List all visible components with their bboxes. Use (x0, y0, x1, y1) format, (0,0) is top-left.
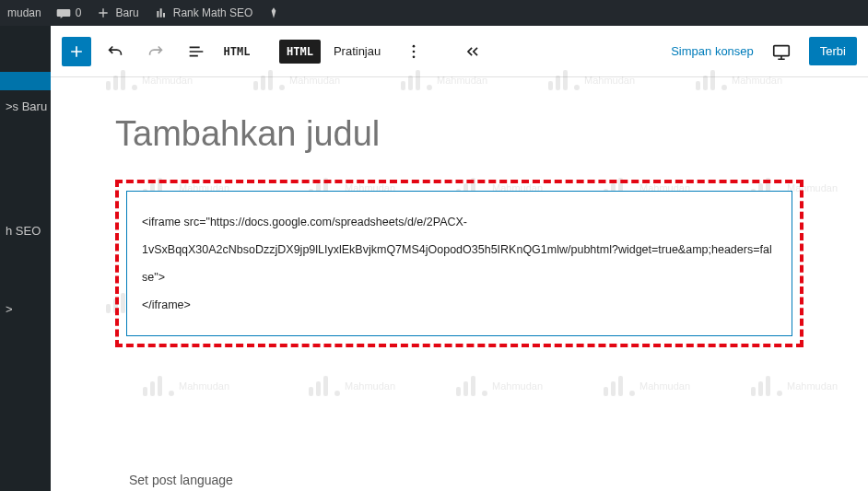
more-options-button[interactable] (397, 35, 430, 68)
post-title-placeholder[interactable]: Tambahkan judul (115, 114, 803, 154)
chart-icon (154, 6, 169, 20)
html-block-badge[interactable]: HTML (279, 40, 321, 64)
save-draft-button[interactable]: Simpan konsep (671, 44, 754, 58)
sidebar-item-last[interactable]: > (0, 293, 51, 325)
diamond-icon (267, 6, 280, 19)
undo-icon (105, 41, 125, 62)
plus-icon (67, 42, 86, 61)
editor-content: Mahmudan Mahmudan Mahmudan Mahmudan Mahm… (51, 26, 868, 491)
admin-bar-site[interactable]: mudan (7, 6, 41, 19)
comments-count: 0 (76, 6, 82, 19)
new-label: Baru (115, 6, 138, 19)
chevron-double-left-icon (463, 42, 482, 61)
comment-icon (56, 6, 71, 20)
sidebar-item-posts-new[interactable]: >s Baru (0, 90, 51, 123)
wp-sidebar: >s Baru h SEO > (0, 26, 51, 491)
admin-bar-new[interactable]: Baru (96, 6, 138, 20)
admin-bar-comments[interactable]: 0 (56, 6, 82, 20)
editor-body: Tambahkan judul <iframe src="https://doc… (51, 77, 868, 366)
kebab-icon (405, 42, 423, 61)
rankmath-label: Rank Math SEO (173, 6, 253, 19)
redo-button[interactable] (139, 35, 172, 68)
desktop-icon (771, 41, 792, 62)
code-line: </iframe> (142, 291, 777, 319)
plus-icon (96, 6, 111, 20)
list-icon (186, 41, 206, 62)
highlight-annotation: <iframe src="https://docs.google.com/spr… (115, 180, 803, 347)
post-language-label[interactable]: Set post language (129, 473, 233, 487)
editor-toolbar: HTML HTML Pratinjau Simpan konsep Terbi (51, 26, 868, 77)
outline-button[interactable] (180, 35, 213, 68)
sidebar-item-seo[interactable]: h SEO (0, 215, 51, 247)
svg-rect-3 (774, 45, 790, 55)
publish-button[interactable]: Terbi (809, 37, 857, 65)
redo-icon (146, 41, 166, 62)
code-line: <iframe src="https://docs.google.com/spr… (142, 208, 777, 236)
code-line: 1vSxBqqX30A2cNbsoDzzjDX9jp9lLIyxlEkBvjkm… (142, 236, 777, 291)
preview-tab[interactable]: Pratinjau (334, 44, 381, 58)
preview-device-button[interactable] (765, 35, 798, 68)
sidebar-item-active[interactable] (0, 72, 51, 90)
collapse-button[interactable] (456, 35, 489, 68)
html-code-block[interactable]: <iframe src="https://docs.google.com/spr… (126, 191, 792, 336)
undo-button[interactable] (99, 35, 132, 68)
admin-bar-extra[interactable] (267, 6, 280, 19)
wp-admin-bar: mudan 0 Baru Rank Math SEO (0, 0, 868, 26)
svg-point-1 (413, 50, 416, 53)
add-block-button[interactable] (62, 37, 91, 66)
svg-point-0 (413, 44, 416, 47)
svg-point-2 (413, 55, 416, 58)
admin-bar-rankmath[interactable]: Rank Math SEO (154, 6, 253, 20)
admin-bar-site-name: mudan (7, 6, 41, 19)
html-mode-button[interactable]: HTML (220, 35, 253, 68)
